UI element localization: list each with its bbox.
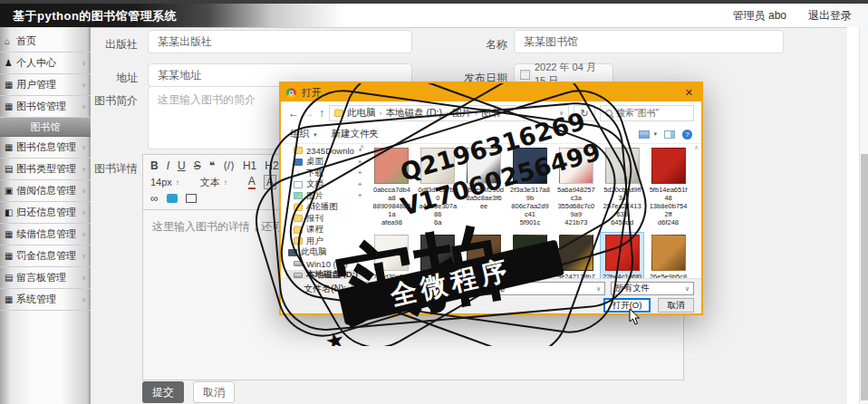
page-scrollbar[interactable] bbox=[859, 27, 868, 404]
file-item[interactable]: 22bc4c1d6f090 258b653191c6c a3d25e bbox=[600, 232, 644, 279]
tree-item[interactable]: ↓下载✦ bbox=[286, 168, 364, 179]
file-item[interactable]: 9e242178b7b2 120dc6fcd14d9 7213ea8 bbox=[554, 232, 598, 279]
publisher-input[interactable]: 某某出版社 bbox=[148, 30, 412, 53]
link-icon[interactable]: ∞ bbox=[150, 191, 159, 206]
submit-button[interactable]: 提交 bbox=[142, 381, 184, 403]
italic-button[interactable]: I bbox=[167, 159, 169, 173]
file-item[interactable]: b58 3030193a29790 0 bbox=[462, 232, 506, 279]
logout-link[interactable]: 退出登录 bbox=[808, 8, 852, 24]
file-item[interactable]: 5fb14ea651f48 13b8e0b7542ff d6f248 bbox=[646, 145, 690, 229]
filename-input[interactable]: 22bc4c1d6f090258b653191c6ca3d25e ∨ bbox=[352, 282, 605, 295]
open-button[interactable]: 打开(O) bbox=[603, 298, 651, 313]
dialog-address-bar: ← → ↑ 此电脑›本地磁盘 (D:)›图片›图书 ∨ ↻ 搜索"图书" bbox=[281, 101, 701, 125]
file-item[interactable]: 9e486b5ca1c2a 9426fad5f154b c75786 bbox=[508, 232, 553, 279]
filetype-select[interactable]: 所有文件 ∨ bbox=[611, 282, 694, 295]
file-name: 2f3a3e317a89b 806c7aa2d9c41 5f901c bbox=[510, 186, 551, 226]
blockquote-button[interactable]: ❝ bbox=[209, 159, 215, 173]
back-icon[interactable]: ← bbox=[288, 107, 299, 120]
format-select[interactable]: 文本 ↕ bbox=[200, 176, 227, 189]
name-input[interactable]: 某某图书馆 bbox=[514, 30, 784, 53]
organize-label: 组织 bbox=[290, 128, 309, 139]
tree-item-label: A轮播图 bbox=[306, 201, 338, 213]
tree-item[interactable]: 此电脑 bbox=[286, 247, 364, 259]
breadcrumb-item[interactable]: 图书 bbox=[481, 107, 500, 120]
sidebar-item[interactable]: ▦图书馆管理∨ bbox=[0, 96, 91, 118]
file-item[interactable]: 2f3a3e317a89b 806c7aa2d9c41 5f901c bbox=[508, 145, 553, 229]
chevron-right-icon: › bbox=[446, 109, 448, 118]
dialog-titlebar[interactable]: 打开 ✕ bbox=[281, 83, 701, 101]
breadcrumb-item[interactable]: 本地磁盘 (D:) bbox=[386, 107, 442, 120]
tree-item-label: 图片 bbox=[306, 190, 323, 202]
h2-button[interactable]: H2 bbox=[265, 159, 278, 173]
breadcrumb-item[interactable]: 此电脑 bbox=[347, 107, 376, 120]
tree-item[interactable]: 图片✦ bbox=[286, 190, 364, 202]
new-folder-button[interactable]: 新建文件夹 bbox=[331, 128, 379, 140]
sidebar-item[interactable]: ▦续借信息管理∨ bbox=[0, 224, 91, 245]
file-item[interactable]: 1b7eb4f290d 8a5c8ae3f6 ee bbox=[462, 145, 506, 229]
sidebar-item[interactable]: ▤图书类型管理∨ bbox=[0, 159, 91, 180]
up-icon[interactable]: ↑ bbox=[319, 107, 324, 120]
close-icon[interactable]: ✕ bbox=[682, 87, 696, 99]
home-icon: ⌂ bbox=[5, 36, 16, 46]
search-icon bbox=[605, 110, 612, 117]
organize-menu[interactable]: 组织 ▾ bbox=[290, 128, 316, 140]
tree-item[interactable]: 用户 bbox=[286, 236, 364, 247]
publisher-value: 某某出版社 bbox=[158, 34, 212, 50]
sidebar-item-label: 用户管理 bbox=[16, 78, 56, 91]
search-input[interactable]: 搜索"图书" bbox=[600, 105, 694, 121]
file-item[interactable]: 0abcca7db4a8 88909848d21a afea98 bbox=[370, 145, 414, 229]
breadcrumb-item[interactable]: 图片 bbox=[452, 107, 471, 120]
font-size-value: 14px bbox=[150, 177, 172, 188]
sidebar-item[interactable]: ♟个人中心∨ bbox=[0, 53, 91, 74]
sidebar-item-label: 图书类型管理 bbox=[16, 162, 76, 176]
code-button[interactable]: ⟨/⟩ bbox=[223, 159, 235, 173]
sidebar-item[interactable]: ▦用户管理∨ bbox=[0, 74, 91, 96]
chevron-down-icon: ▾ bbox=[313, 131, 317, 138]
h1-button[interactable]: H1 bbox=[243, 159, 256, 173]
background-color-button[interactable]: A bbox=[264, 175, 276, 189]
folder-tree: ∧ ∨ 2345Downlo✦桌面✦↓下载✦文档✦图片✦A轮播图报刊课程用户此电… bbox=[281, 143, 364, 279]
grid-scroll-up-icon[interactable]: ∧ bbox=[694, 144, 699, 151]
file-item[interactable]: 5d20cbed9ff34 257ea27413635 6458dd bbox=[600, 145, 644, 229]
text-color-button[interactable]: A bbox=[248, 175, 256, 189]
sidebar-item[interactable]: ⌂首页 bbox=[0, 31, 91, 53]
font-size-select[interactable]: 14px ↕ bbox=[150, 177, 179, 188]
grid-icon: ▦ bbox=[5, 294, 16, 304]
preview-pane-icon[interactable] bbox=[664, 130, 675, 139]
file-item[interactable]: 7e8d30e5dccd7 aa7f71b160f0d 04510 bbox=[370, 232, 414, 279]
tree-item[interactable]: Win10 (C:) bbox=[286, 258, 364, 270]
image-icon[interactable] bbox=[167, 194, 178, 203]
sidebar-item[interactable]: ▣借阅信息管理∨ bbox=[0, 180, 91, 202]
sidebar-item[interactable]: ▦系统管理∨ bbox=[0, 289, 91, 311]
sidebar-item[interactable]: ◧归还信息管理∨ bbox=[0, 202, 91, 224]
forward-icon[interactable]: → bbox=[304, 107, 314, 120]
scrollbar-thumb[interactable] bbox=[861, 154, 868, 400]
tree-item[interactable]: 桌面✦ bbox=[286, 157, 364, 168]
grid-icon: ▦ bbox=[5, 101, 16, 111]
file-item[interactable]: 5a6a948257c3a 355d68c7c09a9 421b73 bbox=[554, 145, 598, 229]
view-mode-button[interactable]: ▾ bbox=[639, 130, 657, 139]
form-cancel-button[interactable]: 取消 bbox=[193, 381, 235, 403]
sidebar-item[interactable]: ▤留言板管理∨ bbox=[0, 267, 91, 289]
refresh-icon[interactable]: ↻ bbox=[574, 105, 595, 121]
dialog-cancel-button[interactable]: 取消 bbox=[658, 298, 694, 313]
tree-item[interactable]: A轮播图 bbox=[286, 202, 364, 214]
tree-item[interactable]: 文档✦ bbox=[286, 179, 364, 191]
underline-button[interactable]: U bbox=[178, 159, 186, 173]
sidebar-item[interactable]: ▦图书信息管理∨ bbox=[0, 137, 91, 159]
return-icon: ◧ bbox=[5, 207, 16, 217]
strike-button[interactable]: S bbox=[194, 159, 201, 173]
chevron-down-icon[interactable]: ∨ bbox=[559, 110, 564, 117]
format-value: 文本 bbox=[200, 176, 220, 189]
video-icon[interactable] bbox=[186, 194, 197, 203]
tree-item[interactable]: 课程 bbox=[286, 225, 364, 236]
tree-item[interactable]: 报刊 bbox=[286, 213, 364, 225]
file-item[interactable]: 0df3d7ca7bb0 a46e3e307a86 6a bbox=[416, 145, 460, 229]
help-icon[interactable]: ? bbox=[682, 130, 692, 139]
file-thumbnail bbox=[651, 235, 686, 271]
sidebar-item[interactable]: ▦罚金信息管理∨ bbox=[0, 245, 91, 267]
tree-item[interactable]: 2345Downlo✦ bbox=[286, 145, 364, 157]
bold-button[interactable]: B bbox=[150, 159, 159, 173]
file-item[interactable]: 8d8 bbox=[416, 232, 460, 279]
file-item[interactable]: 26e5e9b5c8bca a6eff40db4d0c a367c2 bbox=[646, 232, 690, 279]
